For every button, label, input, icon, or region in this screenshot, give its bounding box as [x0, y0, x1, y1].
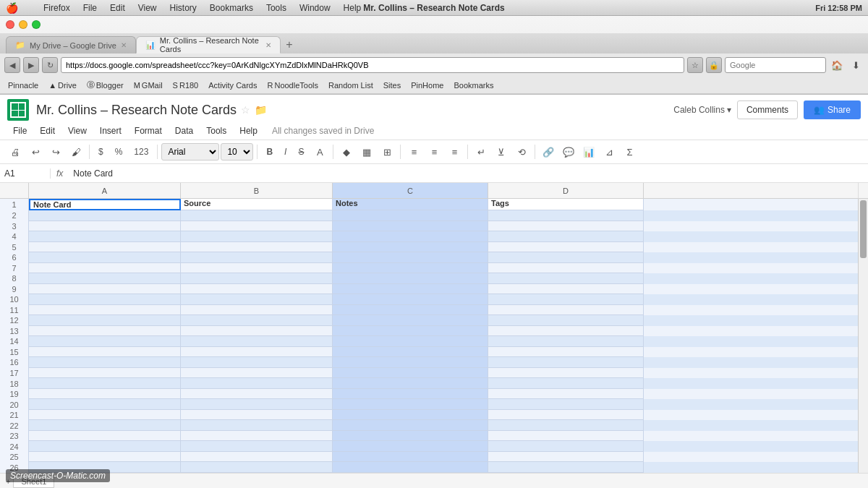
bookmark-blogger[interactable]: Ⓑ Blogger	[83, 79, 127, 91]
grid-cell[interactable]	[181, 441, 333, 452]
paint-format-button[interactable]: 🖌	[67, 142, 85, 161]
share-button[interactable]: 👥 Share	[804, 100, 861, 119]
menu-edit[interactable]: Edit	[110, 3, 125, 13]
col-header-a[interactable]: A	[29, 183, 181, 198]
scrollbar-thumb[interactable]	[860, 200, 867, 258]
grid-cell[interactable]	[333, 252, 488, 263]
grid-cell[interactable]	[29, 231, 181, 242]
row-number[interactable]: 11	[0, 305, 29, 316]
grid-cell[interactable]	[29, 378, 181, 389]
forward-button[interactable]: ▶	[23, 57, 39, 73]
sigma-button[interactable]: Σ	[620, 142, 639, 161]
grid-cell[interactable]	[29, 294, 181, 305]
bookmark-pinnacle[interactable]: Pinnacle	[4, 80, 42, 90]
grid-cell[interactable]	[488, 378, 644, 389]
maximize-button[interactable]	[32, 20, 41, 29]
row-number[interactable]: 2	[0, 210, 29, 221]
grid-cell[interactable]	[181, 357, 333, 368]
bookmark-bookmarks[interactable]: Bookmarks	[450, 80, 497, 90]
row-number[interactable]: 8	[0, 273, 29, 284]
back-button[interactable]: ◀	[4, 57, 20, 73]
percent-button[interactable]: %	[110, 143, 128, 160]
row-number[interactable]: 10	[0, 294, 29, 305]
grid-cell[interactable]	[181, 378, 333, 389]
grid-cell[interactable]	[333, 284, 488, 295]
bookmark-random-list[interactable]: Random List	[325, 80, 377, 90]
grid-cell[interactable]	[181, 315, 333, 326]
search-input[interactable]	[725, 57, 826, 73]
row-number[interactable]: 7	[0, 263, 29, 274]
grid-cell[interactable]	[29, 326, 181, 337]
vertical-scrollbar[interactable]	[858, 199, 868, 473]
grid-cell[interactable]	[488, 326, 644, 337]
currency-button[interactable]: $	[93, 143, 109, 160]
grid-cell[interactable]	[29, 252, 181, 263]
filter-button[interactable]: ⊿	[600, 142, 618, 161]
grid-cell[interactable]: Note Card	[29, 199, 181, 210]
minimize-button[interactable]	[19, 20, 27, 29]
col-header-d[interactable]: D	[488, 183, 644, 198]
grid-cell[interactable]	[29, 263, 181, 274]
align-left-button[interactable]: ≡	[404, 142, 423, 161]
menu-format[interactable]: Format	[129, 124, 168, 138]
grid-cell[interactable]	[333, 336, 488, 347]
bookmark-activity-cards[interactable]: Activity Cards	[205, 80, 260, 90]
align-center-button[interactable]: ≡	[425, 142, 443, 161]
grid-cell[interactable]	[333, 273, 488, 284]
text-rotation-button[interactable]: ⟲	[512, 142, 531, 161]
grid-cell[interactable]	[333, 242, 488, 253]
row-number[interactable]: 15	[0, 347, 29, 358]
grid-cell[interactable]	[29, 441, 181, 452]
grid-cell[interactable]	[488, 242, 644, 253]
grid-cell[interactable]	[181, 462, 333, 473]
row-number[interactable]: 18	[0, 378, 29, 389]
grid-cell[interactable]	[181, 284, 333, 295]
bookmark-pinhome[interactable]: PinHome	[407, 80, 447, 90]
grid-cell[interactable]	[333, 210, 488, 221]
grid-cell[interactable]	[333, 441, 488, 452]
grid-cell[interactable]	[488, 431, 644, 442]
align-justify-button[interactable]: ≡	[445, 142, 464, 161]
menu-firefox[interactable]: Firefox	[43, 3, 70, 13]
star-favorite-icon[interactable]: ☆	[241, 104, 250, 116]
close-button[interactable]	[6, 20, 14, 29]
italic-button[interactable]: I	[279, 143, 292, 160]
menu-file[interactable]: File	[83, 3, 97, 13]
grid-cell[interactable]	[333, 231, 488, 242]
row-number[interactable]: 6	[0, 252, 29, 263]
grid-cell[interactable]	[181, 231, 333, 242]
grid-cell[interactable]	[29, 431, 181, 442]
row-number[interactable]: 23	[0, 431, 29, 442]
bookmark-gmail[interactable]: M GMail	[130, 80, 166, 90]
redo-button[interactable]: ↪	[46, 142, 65, 161]
grid-cell[interactable]	[333, 389, 488, 400]
undo-button[interactable]: ↩	[26, 142, 45, 161]
grid-cell[interactable]	[29, 410, 181, 421]
home-button[interactable]: 🏠	[829, 57, 845, 73]
row-number[interactable]: 21	[0, 410, 29, 421]
comment-button[interactable]: 💬	[559, 142, 578, 161]
grid-cell[interactable]	[181, 326, 333, 337]
grid-cell[interactable]	[181, 420, 333, 431]
grid-cell[interactable]	[29, 368, 181, 379]
grid-cell[interactable]	[488, 462, 644, 473]
shield-icon[interactable]: 🔒	[706, 57, 722, 73]
grid-cell[interactable]	[181, 252, 333, 263]
grid-cell[interactable]	[488, 420, 644, 431]
grid-cell[interactable]	[333, 357, 488, 368]
grid-cell[interactable]	[181, 389, 333, 400]
row-number[interactable]: 25	[0, 452, 29, 463]
grid-cell[interactable]	[181, 452, 333, 463]
chart-button[interactable]: 📊	[579, 142, 598, 161]
menu-view[interactable]: View	[138, 3, 157, 13]
grid-cell[interactable]	[29, 399, 181, 410]
font-size-select[interactable]: 10	[221, 143, 253, 160]
grid-cell[interactable]	[488, 273, 644, 284]
grid-cell[interactable]	[29, 452, 181, 463]
text-color-button[interactable]: A	[310, 142, 329, 161]
grid-cell[interactable]	[29, 284, 181, 295]
print-button[interactable]: 🖨	[6, 142, 25, 161]
number-format-button[interactable]: 123	[129, 143, 153, 160]
row-number[interactable]: 5	[0, 242, 29, 253]
row-number[interactable]: 13	[0, 326, 29, 337]
